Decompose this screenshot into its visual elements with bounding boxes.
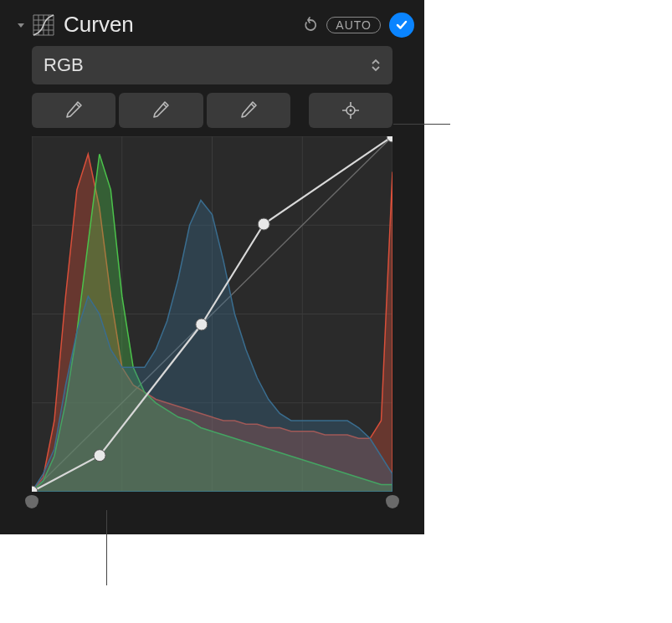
- white-point-handle[interactable]: [386, 495, 399, 508]
- auto-button[interactable]: AUTO: [326, 17, 381, 33]
- curves-icon: [32, 13, 55, 37]
- curve-point-handle[interactable]: [258, 218, 269, 230]
- eyedropper-gray-button[interactable]: [119, 93, 203, 128]
- eyedropper-black-button[interactable]: [32, 93, 115, 128]
- eyedropper-icon: [63, 100, 85, 121]
- eyedropper-white-button[interactable]: [207, 93, 290, 128]
- panel-header: Curven AUTO: [0, 7, 424, 46]
- callout-line: [393, 124, 450, 125]
- controls-section: RGB: [0, 46, 424, 492]
- curves-histogram[interactable]: [32, 136, 392, 492]
- histogram-svg: [32, 136, 392, 492]
- curves-panel: Curven AUTO RGB: [0, 0, 424, 534]
- active-checkmark-icon[interactable]: [389, 13, 414, 38]
- stepper-icon: [371, 58, 381, 73]
- black-point-handle[interactable]: [25, 495, 38, 508]
- target-icon: [340, 100, 362, 121]
- curve-point-handle[interactable]: [94, 450, 105, 462]
- disclosure-triangle-icon[interactable]: [15, 19, 27, 31]
- channel-dropdown[interactable]: RGB: [32, 46, 392, 84]
- add-point-button[interactable]: [309, 93, 392, 128]
- dropdown-selected-label: RGB: [44, 54, 84, 76]
- eyedropper-toolbar: [32, 93, 392, 128]
- eyedropper-icon: [150, 100, 172, 121]
- panel-title: Curven: [64, 12, 301, 38]
- curve-point-handle[interactable]: [196, 319, 208, 330]
- svg-point-1: [349, 110, 351, 112]
- reset-icon[interactable]: [301, 16, 320, 34]
- callout-line: [106, 510, 107, 585]
- eyedropper-icon: [238, 100, 259, 121]
